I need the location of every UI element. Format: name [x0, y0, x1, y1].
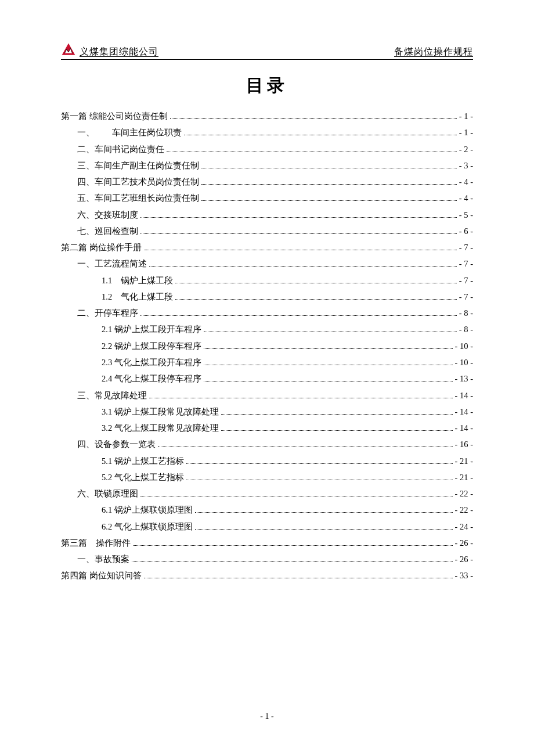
toc-entry-page: - 10 - [455, 338, 473, 354]
toc-entry-label: 5.2 气化上煤工艺指标 [102, 469, 184, 485]
toc-leader-dots [186, 474, 453, 480]
toc-leader-dots [140, 491, 453, 496]
toc-entry-page: - 3 - [459, 157, 473, 174]
toc-entry-label: 一、事故预案 [77, 551, 129, 567]
toc-entry-label: 1.2 气化上煤工段 [102, 289, 173, 305]
toc-entry-page: - 10 - [455, 354, 473, 370]
toc-entry: 二、开停车程序- 8 - [61, 305, 473, 321]
toc-leader-dots [140, 211, 457, 217]
document-title: 备煤岗位操作规程 [394, 46, 473, 58]
toc-leader-dots [158, 441, 453, 447]
toc-entry-page: - 7 - [459, 289, 473, 305]
toc-entry: 六、联锁原理图- 22 - [61, 485, 473, 502]
toc-entry-label: 2.1 锅炉上煤工段开车程序 [102, 321, 201, 337]
toc-entry-label: 5.1 锅炉上煤工艺指标 [102, 453, 184, 469]
toc-entry-page: - 21 - [455, 469, 473, 485]
toc-entry-label: 三、常见故障处理 [77, 387, 147, 404]
toc-leader-dots [140, 310, 457, 316]
toc-entry-label: 四、设备参数一览表 [77, 436, 156, 452]
toc-leader-dots [201, 179, 457, 185]
toc-entry-label: 2.4 气化上煤工段停车程序 [102, 370, 201, 387]
toc-entry-page: - 8 - [459, 305, 473, 321]
toc-entry-page: - 4 - [459, 190, 473, 206]
toc-entry-label: 1.1 锅炉上煤工段 [102, 272, 173, 289]
toc-leader-dots [175, 294, 457, 300]
toc-entry-page: - 33 - [455, 567, 473, 584]
toc-entry: 5.2 气化上煤工艺指标- 21 - [61, 469, 473, 485]
toc-entry-label: 6.2 气化上煤联锁原理图 [102, 519, 193, 535]
toc-leader-dots [195, 507, 453, 513]
toc-entry: 2.3 气化上煤工段开车程序- 10 - [61, 354, 473, 370]
toc-entry-label: 第一篇 综能公司岗位责任制 [61, 108, 168, 124]
toc-entry-page: - 5 - [459, 207, 473, 223]
toc-entry-page: - 6 - [459, 223, 473, 239]
toc-entry-page: - 7 - [459, 239, 473, 255]
toc-entry: 第三篇 操作附件- 26 - [61, 535, 473, 551]
toc-entry-label: 七、巡回检查制 [77, 223, 138, 239]
toc-entry: 第二篇 岗位操作手册- 7 - [61, 239, 473, 255]
toc-entry-label: 四、车间工艺技术员岗位责任制 [77, 174, 199, 190]
toc-entry-label: 六、联锁原理图 [77, 485, 138, 502]
toc-leader-dots [144, 244, 457, 250]
toc-entry: 3.2 气化上煤工段常见故障处理- 14 - [61, 420, 473, 436]
toc-entry: 6.1 锅炉上煤联锁原理图- 22 - [61, 502, 473, 518]
toc-leader-dots [175, 278, 457, 283]
toc-leader-dots [201, 195, 457, 201]
toc-entry: 1.1 锅炉上煤工段- 7 - [61, 272, 473, 289]
toc-leader-dots [221, 425, 453, 431]
toc-leader-dots [149, 392, 453, 398]
toc-entry-label: 三、车间生产副主任岗位责任制 [77, 157, 199, 174]
toc-leader-dots [132, 556, 453, 562]
toc-entry: 1.2 气化上煤工段- 7 - [61, 289, 473, 305]
toc-entry-label: 第三篇 操作附件 [61, 535, 131, 551]
toc-entry-label: 一、 车间主任岗位职责 [77, 124, 182, 141]
toc-entry: 2.1 锅炉上煤工段开车程序- 8 - [61, 321, 473, 337]
toc-entry-label: 一、工艺流程简述 [77, 255, 147, 272]
company-name: 义煤集团综能公司 [80, 46, 158, 58]
toc-leader-dots [204, 359, 453, 365]
page-footer: - 1 - [0, 712, 534, 721]
toc-entry: 七、巡回检查制- 6 - [61, 223, 473, 239]
toc-entry-label: 六、交接班制度 [77, 207, 138, 223]
toc-leader-dots [170, 113, 457, 119]
toc-entry-page: - 4 - [459, 174, 473, 190]
toc-leader-dots [167, 146, 457, 152]
toc-entry: 二、车间书记岗位责任- 2 - [61, 141, 473, 157]
toc-entry-page: - 13 - [455, 370, 473, 387]
toc-entry-label: 第二篇 岗位操作手册 [61, 239, 142, 255]
toc-entry: 五、车间工艺班组长岗位责任制- 4 - [61, 190, 473, 206]
toc-leader-dots [186, 458, 453, 463]
toc-entry-label: 3.2 气化上煤工段常见故障处理 [102, 420, 219, 436]
toc-entry-label: 第四篇 岗位知识问答 [61, 567, 142, 584]
toc-leader-dots [204, 376, 453, 381]
toc-entry-page: - 22 - [455, 502, 473, 518]
toc-entry-page: - 2 - [459, 141, 473, 157]
toc-leader-dots [184, 129, 457, 135]
toc-entry: 第四篇 岗位知识问答- 33 - [61, 567, 473, 584]
toc-entry-label: 二、车间书记岗位责任 [77, 141, 164, 157]
toc-leader-dots [204, 326, 457, 332]
toc-leader-dots [144, 573, 453, 578]
toc-entry: 六、交接班制度- 5 - [61, 207, 473, 223]
toc-entry-page: - 14 - [455, 387, 473, 404]
toc-leader-dots [140, 228, 457, 234]
toc-entry-label: 6.1 锅炉上煤联锁原理图 [102, 502, 193, 518]
toc-entry-label: 二、开停车程序 [77, 305, 138, 321]
toc-leader-dots [133, 540, 453, 546]
toc-entry: 四、车间工艺技术员岗位责任制- 4 - [61, 174, 473, 190]
toc-leader-dots [149, 261, 457, 267]
toc-entry: 2.4 气化上煤工段停车程序- 13 - [61, 370, 473, 387]
toc-entry-page: - 16 - [455, 436, 473, 452]
toc-entry: 3.1 锅炉上煤工段常见故障处理- 14 - [61, 404, 473, 420]
toc-entry-page: - 26 - [455, 535, 473, 551]
toc-entry-label: 3.1 锅炉上煤工段常见故障处理 [102, 404, 219, 420]
toc-entry-label: 2.3 气化上煤工段开车程序 [102, 354, 201, 370]
table-of-contents: 第一篇 综能公司岗位责任制- 1 -一、 车间主任岗位职责- 1 -二、车间书记… [61, 108, 473, 584]
toc-entry: 2.2 锅炉上煤工段停车程序- 10 - [61, 338, 473, 354]
toc-entry-page: - 26 - [455, 551, 473, 567]
toc-entry-page: - 14 - [455, 404, 473, 420]
toc-entry-page: - 14 - [455, 420, 473, 436]
toc-heading: 目录 [61, 74, 473, 98]
toc-entry-page: - 7 - [459, 255, 473, 272]
toc-entry: 6.2 气化上煤联锁原理图- 24 - [61, 519, 473, 535]
